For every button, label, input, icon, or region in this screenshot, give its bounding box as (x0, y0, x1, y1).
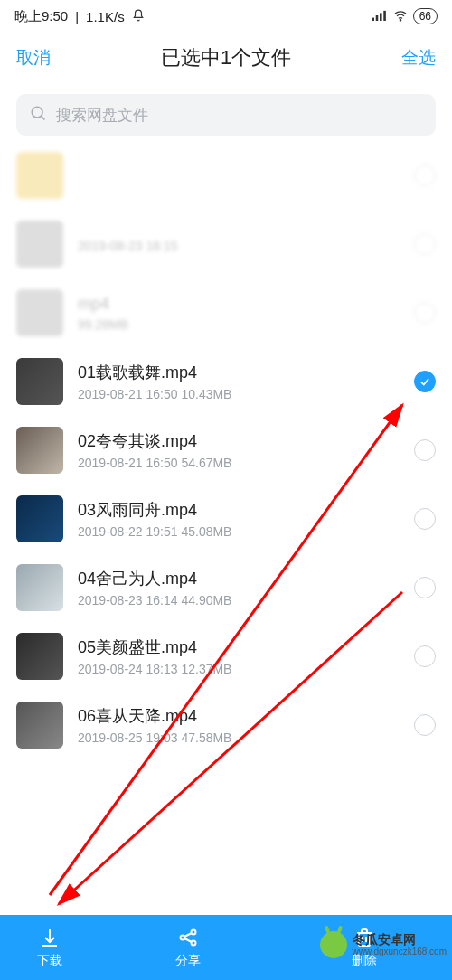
search-icon (29, 104, 47, 127)
file-row[interactable]: 05美颜盛世.mp4 2019-08-24 18:13 12.37MB (0, 622, 452, 691)
file-thumbnail (16, 221, 63, 268)
file-thumbnail (16, 564, 63, 611)
file-thumbnail (16, 152, 63, 199)
file-checkbox[interactable] (414, 714, 436, 736)
file-name: 06喜从天降.mp4 (78, 705, 407, 727)
file-checkbox[interactable] (414, 233, 436, 255)
file-thumbnail (16, 702, 63, 749)
bell-icon (132, 9, 145, 24)
download-button[interactable]: 下载 (0, 915, 99, 980)
file-thumbnail (16, 427, 63, 474)
svg-line-10 (184, 933, 192, 937)
file-checkbox[interactable] (414, 645, 436, 667)
file-thumbnail (16, 495, 63, 542)
file-meta: 2019-08-24 18:13 12.37MB (78, 662, 407, 676)
file-checkbox[interactable] (414, 165, 436, 186)
file-row[interactable]: 01载歌载舞.mp4 2019-08-21 16:50 10.43MB (0, 347, 452, 416)
file-name: 02夸夸其谈.mp4 (78, 430, 407, 452)
watermark-url: www.dgxunczk168.com (353, 947, 447, 956)
svg-rect-0 (372, 17, 374, 20)
status-divider: | (75, 9, 79, 24)
svg-point-4 (400, 19, 400, 20)
selection-header: 取消 已选中1个文件 全选 (0, 33, 452, 83)
android-mascot-icon (320, 931, 347, 958)
file-row[interactable]: 03风雨同舟.mp4 2019-08-22 19:51 45.08MB (0, 485, 452, 553)
file-row[interactable]: 2019-08-23 16:15 (0, 210, 452, 278)
file-row[interactable]: 02夸夸其谈.mp4 2019-08-21 16:50 54.67MB (0, 416, 452, 485)
download-icon (39, 927, 61, 951)
file-meta: 2019-08-23 16:14 44.90MB (78, 593, 407, 608)
svg-rect-1 (375, 15, 378, 21)
status-time: 晚上9:50 (14, 8, 68, 25)
watermark-title: 冬瓜安卓网 (353, 933, 447, 947)
share-button[interactable]: 分享 (99, 915, 276, 980)
battery-indicator: 66 (413, 8, 438, 24)
watermark: 冬瓜安卓网 www.dgxunczk168.com (320, 931, 447, 958)
file-meta: 2019-08-22 19:51 45.08MB (78, 524, 407, 539)
file-checkbox[interactable] (414, 577, 436, 598)
cancel-button[interactable]: 取消 (16, 46, 58, 70)
file-meta: 99.28MB (78, 317, 407, 332)
file-name: 01载歌载舞.mp4 (78, 362, 407, 383)
wifi-icon (393, 8, 408, 25)
status-netspeed: 1.1K/s (86, 9, 125, 24)
svg-line-11 (184, 938, 192, 942)
file-row[interactable] (0, 141, 452, 210)
svg-rect-3 (383, 10, 386, 20)
file-thumbnail (16, 289, 63, 336)
file-name: 05美颜盛世.mp4 (78, 636, 407, 658)
file-name: 04舍己为人.mp4 (78, 568, 407, 589)
file-checkbox[interactable] (414, 508, 436, 530)
search-placeholder: 搜索网盘文件 (56, 105, 148, 126)
file-list: 2019-08-23 16:15 mp4 99.28MB 01载歌载舞.mp4 … (0, 141, 452, 759)
file-meta: 2019-08-21 16:50 54.67MB (78, 456, 407, 470)
file-name: mp4 (78, 295, 407, 314)
status-bar: 晚上9:50 | 1.1K/s 66 (0, 0, 452, 33)
share-icon (177, 927, 199, 951)
file-meta: 2019-08-25 19:03 47.58MB (78, 730, 407, 745)
file-checkbox[interactable] (414, 302, 436, 324)
file-row[interactable]: mp4 99.28MB (0, 278, 452, 347)
file-thumbnail (16, 633, 63, 680)
file-row[interactable]: 04舍己为人.mp4 2019-08-23 16:14 44.90MB (0, 553, 452, 622)
search-input[interactable]: 搜索网盘文件 (16, 94, 436, 136)
page-title: 已选中1个文件 (58, 44, 394, 71)
svg-point-5 (32, 107, 42, 118)
file-row[interactable]: 06喜从天降.mp4 2019-08-25 19:03 47.58MB (0, 691, 452, 759)
share-label: 分享 (175, 953, 201, 969)
svg-rect-2 (380, 13, 382, 21)
select-all-button[interactable]: 全选 (394, 46, 436, 70)
file-name: 03风雨同舟.mp4 (78, 499, 407, 521)
file-checkbox[interactable] (414, 371, 436, 392)
download-label: 下载 (37, 953, 62, 969)
file-thumbnail (16, 358, 63, 405)
file-checkbox[interactable] (414, 439, 436, 461)
file-meta: 2019-08-23 16:15 (78, 239, 407, 253)
signal-icon (372, 10, 388, 24)
svg-line-6 (42, 116, 45, 119)
file-meta: 2019-08-21 16:50 10.43MB (78, 387, 407, 401)
